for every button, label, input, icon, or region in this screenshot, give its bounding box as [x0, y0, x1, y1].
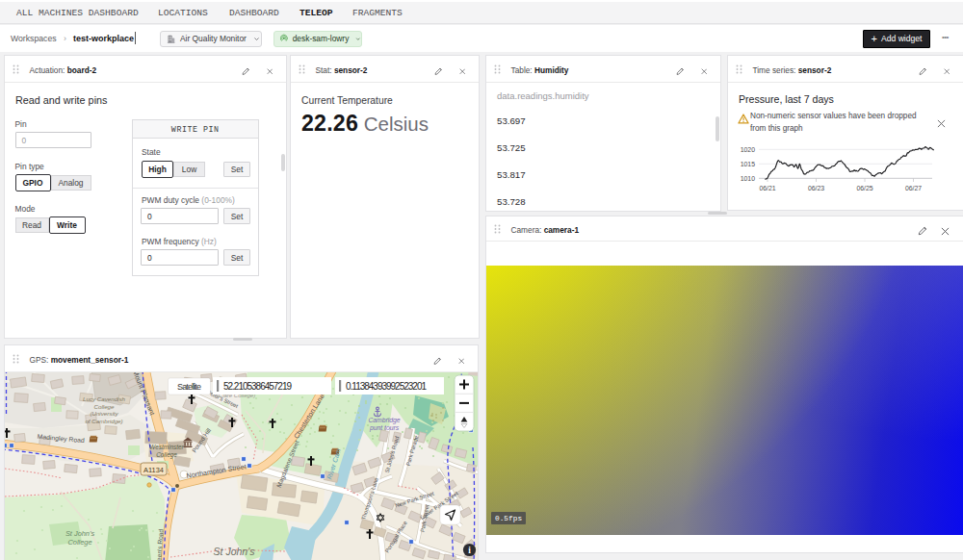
svg-text:06/25: 06/25 [856, 185, 872, 191]
svg-text:College: College [67, 538, 91, 547]
svg-text:(University: (University [90, 410, 118, 417]
svg-text:College: College [94, 403, 116, 410]
svg-text:52.2105386457219: 52.2105386457219 [223, 381, 292, 392]
svg-text:Satellite: Satellite [177, 382, 201, 392]
svg-text:1010: 1010 [741, 175, 755, 182]
svg-text:06/21: 06/21 [759, 185, 775, 191]
svg-text:College: College [156, 451, 177, 459]
svg-text:A1134: A1134 [143, 466, 164, 474]
svg-text:1015: 1015 [741, 161, 755, 167]
svg-text:St John's: St John's [65, 529, 94, 538]
svg-text:Lucy Cavendish: Lucy Cavendish [83, 395, 126, 402]
svg-text:0.11384393992523201: 0.11384393992523201 [346, 381, 427, 392]
svg-text:of Cambridge): of Cambridge) [85, 418, 122, 424]
svg-text:1020: 1020 [741, 146, 755, 153]
svg-text:St John's: St John's [214, 546, 256, 557]
svg-text:punt tours: punt tours [369, 424, 400, 432]
svg-text:06/23: 06/23 [808, 185, 824, 191]
svg-text:Cambridge: Cambridge [368, 417, 400, 424]
svg-text:Westminster: Westminster [149, 444, 184, 450]
svg-text:i: i [468, 546, 471, 555]
svg-text:06/27: 06/27 [905, 185, 922, 191]
